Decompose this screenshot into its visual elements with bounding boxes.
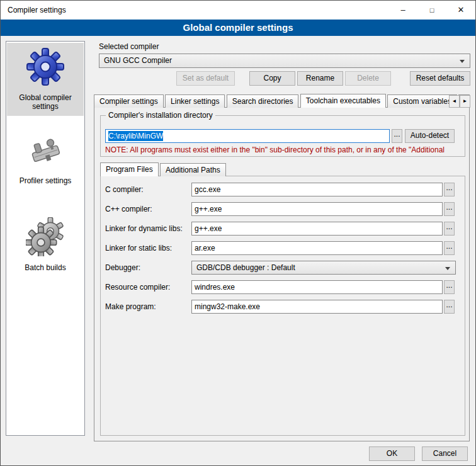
cpp-compiler-input[interactable]: g++.exe: [191, 202, 443, 216]
field-label-c-compiler: C compiler:: [105, 185, 144, 194]
minimize-button[interactable]: –: [388, 1, 417, 20]
plane-tool-icon: [26, 130, 65, 169]
tab-toolchain-executables[interactable]: Toolchain executables: [300, 94, 386, 108]
field-label-cpp-compiler: C++ compiler:: [105, 205, 152, 213]
cpp-compiler-browse-button[interactable]: ...: [444, 202, 455, 216]
debugger-select[interactable]: GDB/CDB debugger : Default: [191, 261, 456, 275]
program-files-tabs: Program Files Additional Paths: [100, 162, 459, 176]
field-label-debugger: Debugger:: [105, 263, 140, 272]
make-program-browse-button[interactable]: ...: [444, 300, 455, 314]
make-program-input[interactable]: mingw32-make.exe: [191, 300, 443, 314]
close-button[interactable]: ✕: [446, 1, 475, 20]
tab-scroll-left-icon[interactable]: ◄: [449, 95, 460, 108]
installation-directory-group-title: Compiler's installation directory: [106, 111, 215, 120]
sidebar-item-batch-builds[interactable]: Batch builds: [7, 213, 84, 277]
set-as-default-button[interactable]: Set as default: [176, 71, 235, 86]
compiler-select-value: GNU GCC Compiler: [104, 56, 172, 65]
copy-button[interactable]: Copy: [249, 71, 295, 86]
title-bar[interactable]: Compiler settings – □ ✕: [1, 1, 475, 20]
field-label-make-program: Make program:: [105, 302, 156, 311]
installation-directory-value: C:\raylib\MinGW: [108, 131, 163, 141]
dynamic-linker-browse-button[interactable]: ...: [444, 222, 455, 236]
field-label-static-linker: Linker for static libs:: [105, 244, 172, 253]
subtab-additional-paths[interactable]: Additional Paths: [160, 163, 226, 176]
debugger-select-value: GDB/CDB debugger : Default: [196, 263, 295, 272]
chevron-down-icon: [460, 60, 465, 65]
tab-search-directories[interactable]: Search directories: [227, 94, 299, 108]
installation-directory-input[interactable]: C:\raylib\MinGW: [105, 129, 390, 143]
dynamic-linker-input[interactable]: g++.exe: [191, 222, 443, 236]
gears-gray-icon: [26, 217, 65, 256]
c-compiler-input[interactable]: gcc.exe: [191, 183, 443, 196]
static-linker-browse-button[interactable]: ...: [444, 241, 455, 255]
sidebar-item-profiler-settings[interactable]: Profiler settings: [7, 126, 84, 190]
settings-category-panel: Global compiler settings Profiler settin…: [6, 41, 85, 436]
rename-button[interactable]: Rename: [297, 71, 343, 86]
reset-defaults-button[interactable]: Reset defaults: [410, 71, 470, 86]
installation-directory-browse-button[interactable]: ...: [392, 129, 402, 143]
auto-detect-button[interactable]: Auto-detect: [405, 129, 455, 143]
tab-scroll-right-icon[interactable]: ►: [460, 95, 470, 108]
compiler-settings-window: Compiler settings – □ ✕ Global compiler …: [0, 0, 476, 466]
delete-button[interactable]: Delete: [345, 71, 391, 86]
sidebar-item-label: Profiler settings: [7, 176, 84, 185]
cancel-button[interactable]: Cancel: [422, 446, 468, 461]
bin-subdirectory-note: NOTE: All programs must exist either in …: [105, 145, 463, 154]
sidebar-item-global-compiler-settings[interactable]: Global compiler settings: [7, 43, 84, 116]
compiler-select[interactable]: GNU GCC Compiler: [99, 54, 470, 68]
gear-blue-icon: [26, 47, 65, 86]
tab-linker-settings[interactable]: Linker settings: [165, 94, 225, 108]
ok-button[interactable]: OK: [369, 446, 415, 461]
field-label-resource-compiler: Resource compiler:: [105, 283, 170, 292]
tab-compiler-settings[interactable]: Compiler settings: [94, 94, 164, 108]
subtab-program-files[interactable]: Program Files: [100, 162, 159, 176]
sidebar-item-label: Global compiler settings: [7, 93, 84, 111]
static-linker-input[interactable]: ar.exe: [191, 241, 443, 255]
window-title: Compiler settings: [8, 6, 66, 14]
resource-compiler-input[interactable]: windres.exe: [191, 280, 443, 294]
chevron-down-icon: [445, 267, 450, 273]
field-label-dynamic-linker: Linker for dynamic libs:: [105, 224, 183, 233]
page-title: Global compiler settings: [1, 20, 475, 36]
c-compiler-browse-button[interactable]: ...: [444, 183, 455, 196]
maximize-button[interactable]: □: [417, 1, 446, 20]
sidebar-item-label: Batch builds: [7, 263, 84, 272]
selected-compiler-label: Selected compiler: [99, 42, 159, 51]
compiler-tabs: Compiler settings Linker settings Search…: [94, 94, 470, 108]
resource-compiler-browse-button[interactable]: ...: [444, 280, 455, 294]
tab-custom-variables[interactable]: Custom variables: [387, 94, 457, 108]
